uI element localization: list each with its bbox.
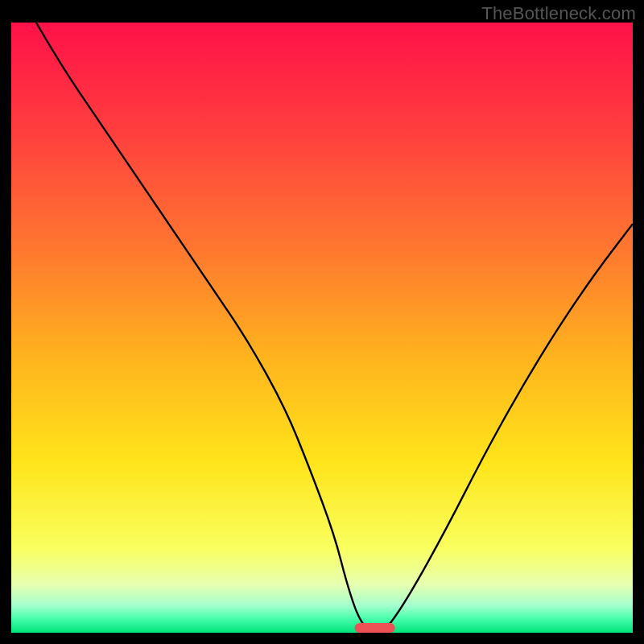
plot-area [11,23,633,633]
bottleneck-chart [11,23,633,633]
optimal-marker [355,623,395,633]
gradient-background [11,23,633,633]
watermark-text: TheBottleneck.com [481,3,636,24]
chart-frame: TheBottleneck.com [0,0,644,644]
